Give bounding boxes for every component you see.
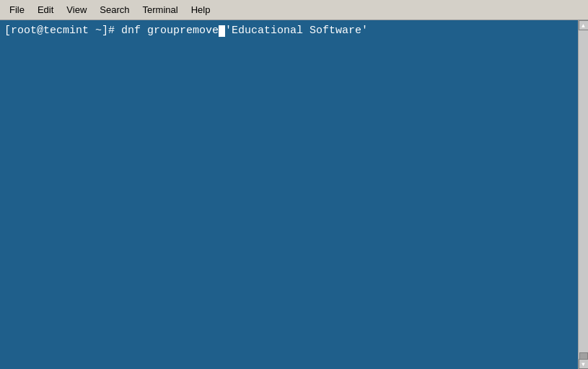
terminal-command: dnf groupremove bbox=[121, 23, 219, 38]
menu-file[interactable]: File bbox=[3, 2, 31, 18]
terminal-line: [root@tecmint ~]# dnf groupremove'Educat… bbox=[4, 23, 584, 38]
terminal-body[interactable]: [root@tecmint ~]# dnf groupremove'Educat… bbox=[0, 20, 588, 369]
terminal-cursor bbox=[219, 25, 225, 37]
menu-edit[interactable]: Edit bbox=[31, 2, 60, 18]
menu-terminal[interactable]: Terminal bbox=[136, 2, 185, 18]
menu-help[interactable]: Help bbox=[185, 2, 217, 18]
scrollbar[interactable]: ▲ ▼ bbox=[578, 20, 588, 369]
terminal-argument: 'Educational Software' bbox=[225, 23, 368, 38]
terminal-prompt: [root@tecmint ~]# bbox=[4, 23, 121, 38]
menubar: File Edit View Search Terminal Help bbox=[0, 0, 588, 20]
scrollbar-arrow-down[interactable]: ▼ bbox=[579, 359, 589, 369]
menu-search[interactable]: Search bbox=[93, 2, 136, 18]
scrollbar-arrow-up[interactable]: ▲ bbox=[579, 20, 589, 30]
menu-view[interactable]: View bbox=[60, 2, 93, 18]
